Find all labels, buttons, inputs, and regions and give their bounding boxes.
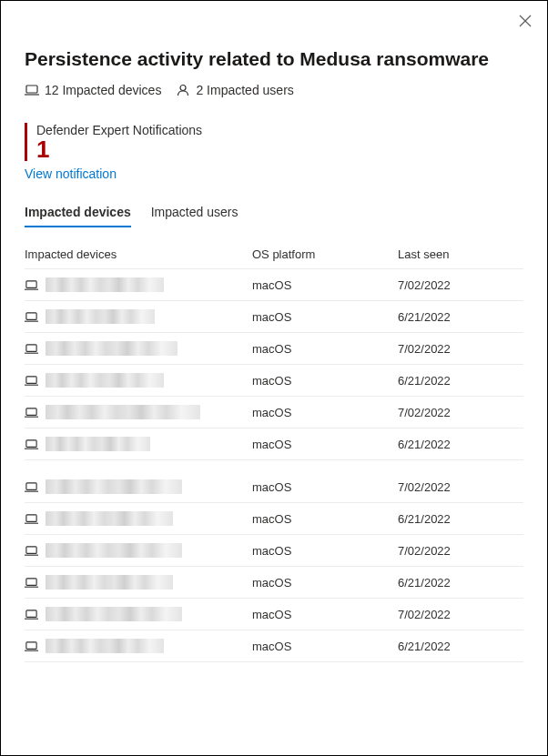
close-icon bbox=[519, 15, 532, 27]
cell-os: macOS bbox=[252, 342, 398, 356]
cell-last-seen: 7/02/2022 bbox=[398, 544, 523, 558]
cell-os: macOS bbox=[252, 480, 398, 494]
device-name-redacted bbox=[46, 511, 173, 526]
cell-os: macOS bbox=[252, 576, 398, 590]
device-name-redacted bbox=[46, 437, 150, 451]
impacted-devices-summary: 12 Impacted devices bbox=[25, 83, 161, 97]
laptop-icon bbox=[25, 577, 38, 589]
svg-rect-13 bbox=[26, 408, 36, 415]
svg-rect-9 bbox=[26, 344, 36, 351]
svg-rect-19 bbox=[26, 514, 36, 521]
cell-device bbox=[25, 277, 252, 292]
svg-rect-27 bbox=[26, 641, 36, 649]
laptop-icon bbox=[25, 407, 38, 418]
laptop-icon bbox=[25, 311, 38, 323]
table-row[interactable]: macOS7/02/2022 bbox=[25, 471, 523, 503]
person-icon bbox=[176, 84, 190, 96]
cell-os: macOS bbox=[252, 278, 398, 292]
table-row[interactable]: macOS7/02/2022 bbox=[25, 535, 523, 567]
cell-device bbox=[25, 309, 252, 324]
device-name-redacted bbox=[46, 575, 173, 590]
cell-device bbox=[25, 479, 252, 494]
device-name-redacted bbox=[46, 309, 155, 324]
summary-row: 12 Impacted devices 2 Impacted users bbox=[25, 83, 523, 97]
table-row[interactable]: macOS6/21/2022 bbox=[25, 567, 523, 599]
svg-rect-2 bbox=[26, 86, 37, 93]
svg-rect-17 bbox=[26, 482, 36, 489]
cell-device bbox=[25, 639, 252, 653]
cell-os: macOS bbox=[252, 640, 398, 653]
cell-last-seen: 7/02/2022 bbox=[398, 480, 523, 494]
cell-os: macOS bbox=[252, 608, 398, 621]
table-row[interactable]: macOS7/02/2022 bbox=[25, 397, 523, 428]
device-name-redacted bbox=[46, 543, 182, 558]
table-row[interactable]: macOS6/21/2022 bbox=[25, 503, 523, 535]
device-name-redacted bbox=[46, 277, 164, 292]
notification-count: 1 bbox=[36, 137, 523, 161]
table-row[interactable]: macOS7/02/2022 bbox=[25, 333, 523, 365]
device-name-redacted bbox=[46, 373, 164, 388]
cell-last-seen: 6/21/2022 bbox=[398, 576, 523, 590]
cell-last-seen: 6/21/2022 bbox=[398, 374, 523, 388]
table-row[interactable]: macOS6/21/2022 bbox=[25, 428, 523, 460]
table-header: Impacted devices OS platform Last seen bbox=[25, 240, 523, 269]
cell-last-seen: 6/21/2022 bbox=[398, 438, 523, 451]
cell-os: macOS bbox=[252, 438, 398, 451]
table-body: macOS7/02/2022macOS6/21/2022macOS7/02/20… bbox=[25, 269, 523, 662]
svg-rect-5 bbox=[26, 280, 36, 287]
cell-os: macOS bbox=[252, 374, 398, 388]
impacted-users-count: 2 Impacted users bbox=[196, 83, 293, 97]
cell-os: macOS bbox=[252, 544, 398, 558]
laptop-icon bbox=[25, 279, 38, 291]
svg-rect-23 bbox=[26, 578, 36, 585]
view-notification-link[interactable]: View notification bbox=[25, 166, 117, 181]
laptop-icon bbox=[25, 343, 38, 355]
cell-last-seen: 7/02/2022 bbox=[398, 342, 523, 356]
cell-device bbox=[25, 373, 252, 388]
svg-rect-25 bbox=[26, 610, 36, 617]
laptop-icon bbox=[25, 481, 38, 493]
device-name-redacted bbox=[46, 639, 164, 653]
tab-impacted-devices[interactable]: Impacted devices bbox=[25, 199, 131, 227]
cell-last-seen: 6/21/2022 bbox=[398, 310, 523, 324]
table-row[interactable]: macOS7/02/2022 bbox=[25, 269, 523, 301]
table-row[interactable]: macOS6/21/2022 bbox=[25, 365, 523, 397]
notification-label: Defender Expert Notifications bbox=[36, 123, 523, 137]
impacted-devices-count: 12 Impacted devices bbox=[45, 83, 161, 97]
laptop-icon bbox=[25, 513, 38, 525]
cell-last-seen: 7/02/2022 bbox=[398, 278, 523, 292]
device-name-redacted bbox=[46, 479, 182, 494]
cell-last-seen: 6/21/2022 bbox=[398, 512, 523, 526]
cell-os: macOS bbox=[252, 310, 398, 324]
column-header-os[interactable]: OS platform bbox=[252, 247, 398, 261]
cell-os: macOS bbox=[252, 512, 398, 526]
table-row[interactable]: macOS6/21/2022 bbox=[25, 301, 523, 333]
cell-os: macOS bbox=[252, 406, 398, 419]
svg-point-4 bbox=[180, 86, 186, 91]
tab-impacted-users[interactable]: Impacted users bbox=[151, 199, 238, 227]
cell-device bbox=[25, 405, 252, 419]
cell-last-seen: 7/02/2022 bbox=[398, 406, 523, 419]
impacted-users-summary: 2 Impacted users bbox=[176, 83, 293, 97]
tabs: Impacted devices Impacted users bbox=[25, 199, 523, 227]
cell-device bbox=[25, 575, 252, 590]
svg-rect-7 bbox=[26, 312, 36, 319]
table-row[interactable]: macOS7/02/2022 bbox=[25, 599, 523, 630]
svg-rect-11 bbox=[26, 376, 36, 383]
laptop-icon bbox=[25, 438, 38, 450]
laptop-icon bbox=[25, 545, 38, 557]
close-button[interactable] bbox=[516, 12, 534, 30]
device-name-redacted bbox=[46, 341, 178, 356]
table-row[interactable]: macOS6/21/2022 bbox=[25, 630, 523, 662]
cell-last-seen: 6/21/2022 bbox=[398, 640, 523, 653]
laptop-icon bbox=[25, 640, 38, 652]
svg-rect-21 bbox=[26, 546, 36, 553]
column-header-device[interactable]: Impacted devices bbox=[25, 247, 252, 261]
cell-last-seen: 7/02/2022 bbox=[398, 608, 523, 621]
cell-device bbox=[25, 543, 252, 558]
cell-device bbox=[25, 437, 252, 451]
laptop-icon bbox=[25, 375, 38, 387]
column-header-seen[interactable]: Last seen bbox=[398, 247, 523, 261]
laptop-icon bbox=[25, 84, 39, 96]
cell-device bbox=[25, 607, 252, 621]
